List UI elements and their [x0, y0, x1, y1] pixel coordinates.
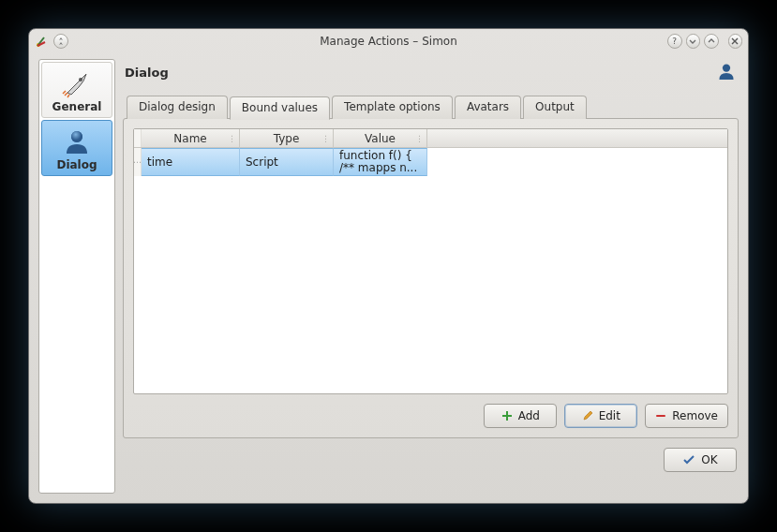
cell-name: time — [142, 148, 240, 176]
cell-type: Script — [240, 148, 334, 176]
main-panel: Dialog Dialog design Bound values Templa… — [123, 59, 739, 494]
close-button[interactable] — [728, 34, 743, 49]
minus-icon — [655, 410, 666, 421]
minimize-button[interactable] — [686, 34, 701, 49]
tab-avatars[interactable]: Avatars — [455, 96, 521, 119]
tab-panel: Name⋮ Type⋮ Value⋮ ⋯ time Script functio… — [123, 118, 739, 438]
svg-point-4 — [723, 64, 730, 71]
app-icon — [35, 34, 50, 49]
column-header-value[interactable]: Value⋮ — [334, 129, 427, 147]
table-row[interactable]: ⋯ time Script function f() { /** mapps n… — [134, 148, 727, 176]
bound-values-table[interactable]: Name⋮ Type⋮ Value⋮ ⋯ time Script functio… — [133, 128, 728, 394]
user-icon — [62, 126, 92, 156]
sidebar-item-general[interactable]: General — [41, 62, 112, 118]
add-button[interactable]: Add — [484, 404, 557, 428]
sidebar-item-label: Dialog — [56, 158, 97, 171]
maximize-button[interactable] — [704, 34, 719, 49]
svg-point-3 — [71, 131, 82, 142]
window-title: Manage Actions – Simon — [110, 35, 667, 48]
page-title: Dialog — [125, 66, 169, 80]
cell-value: function f() { /** mapps n... — [334, 148, 427, 176]
table-header: Name⋮ Type⋮ Value⋮ — [134, 129, 727, 148]
sidebar: General Dialog — [38, 59, 115, 494]
svg-point-1 — [79, 78, 82, 81]
tabbar: Dialog design Bound values Template opti… — [123, 96, 739, 119]
check-icon — [682, 454, 695, 466]
window: Manage Actions – Simon ? General — [28, 28, 749, 504]
ok-button[interactable]: OK — [664, 448, 737, 472]
row-handle-icon[interactable]: ⋯ — [134, 148, 142, 176]
sidebar-item-label: General — [52, 100, 102, 113]
titlebar: Manage Actions – Simon ? — [29, 29, 748, 53]
rocket-icon — [62, 68, 92, 98]
edit-button[interactable]: Edit — [564, 404, 637, 428]
tab-output[interactable]: Output — [523, 96, 587, 119]
remove-button[interactable]: Remove — [645, 404, 728, 428]
titlebar-pin-button[interactable] — [53, 34, 68, 49]
svg-rect-5 — [656, 415, 665, 417]
column-header-type[interactable]: Type⋮ — [240, 129, 334, 147]
tab-template-options[interactable]: Template options — [332, 96, 453, 119]
plus-icon — [501, 410, 513, 421]
column-header-name[interactable]: Name⋮ — [142, 129, 240, 147]
tab-bound-values[interactable]: Bound values — [230, 96, 330, 120]
help-button[interactable]: ? — [667, 34, 682, 49]
sidebar-item-dialog[interactable]: Dialog — [41, 120, 112, 176]
pencil-icon — [582, 410, 593, 421]
user-icon — [716, 61, 737, 84]
tab-dialog-design[interactable]: Dialog design — [127, 96, 228, 119]
